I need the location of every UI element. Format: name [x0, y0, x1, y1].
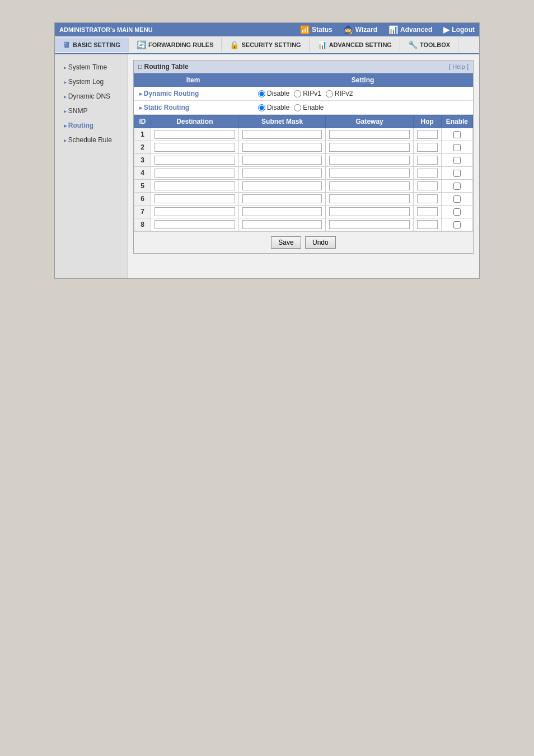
enable-checkbox-5[interactable]	[453, 183, 461, 190]
nav-basic-setting[interactable]: 🖥 BASIC SETTING	[55, 38, 129, 52]
subnet-input-6[interactable]	[242, 194, 322, 203]
hop-input-3[interactable]	[417, 156, 438, 165]
enable-checkbox-2[interactable]	[453, 144, 461, 151]
hop-input-4[interactable]	[417, 169, 438, 178]
gateway-cell-6[interactable]	[326, 193, 413, 206]
destination-cell-1[interactable]	[151, 128, 239, 141]
subnet-cell-4[interactable]	[238, 167, 326, 180]
destination-cell-5[interactable]	[151, 180, 239, 193]
nav-advanced[interactable]: 📊 Advanced	[388, 25, 432, 34]
gateway-input-5[interactable]	[329, 181, 409, 190]
static-enable-option[interactable]: Enable	[294, 104, 324, 111]
subnet-input-3[interactable]	[242, 156, 322, 165]
gateway-input-6[interactable]	[329, 194, 409, 203]
destination-input-3[interactable]	[154, 156, 235, 165]
enable-cell-8[interactable]	[441, 218, 472, 231]
destination-input-5[interactable]	[154, 181, 235, 190]
subnet-input-4[interactable]	[242, 169, 322, 178]
undo-button[interactable]: Undo	[305, 236, 336, 249]
subnet-input-7[interactable]	[242, 207, 322, 216]
gateway-cell-2[interactable]	[326, 141, 413, 154]
static-disable-radio[interactable]	[258, 104, 265, 111]
gateway-input-8[interactable]	[329, 220, 409, 229]
enable-checkbox-8[interactable]	[453, 221, 461, 228]
nav-logout[interactable]: ▶ Logout	[443, 25, 475, 34]
enable-cell-4[interactable]	[441, 167, 472, 180]
hop-cell-4[interactable]	[413, 167, 441, 180]
enable-checkbox-7[interactable]	[453, 208, 461, 216]
destination-cell-3[interactable]	[151, 154, 239, 167]
subnet-cell-1[interactable]	[238, 128, 326, 141]
help-link[interactable]: [ Help ]	[449, 63, 469, 70]
hop-cell-2[interactable]	[413, 141, 441, 154]
gateway-cell-3[interactable]	[326, 154, 413, 167]
save-button[interactable]: Save	[271, 236, 301, 249]
gateway-cell-1[interactable]	[326, 128, 413, 141]
enable-checkbox-4[interactable]	[453, 170, 461, 177]
subnet-cell-3[interactable]	[238, 154, 326, 167]
hop-input-5[interactable]	[417, 181, 438, 190]
subnet-cell-6[interactable]	[238, 193, 326, 206]
enable-cell-7[interactable]	[441, 206, 472, 218]
hop-input-6[interactable]	[417, 194, 438, 203]
hop-input-7[interactable]	[417, 207, 438, 216]
hop-cell-6[interactable]	[413, 193, 441, 206]
hop-cell-1[interactable]	[413, 128, 441, 141]
destination-input-7[interactable]	[154, 207, 235, 216]
sidebar-item-system-log[interactable]: System Log	[55, 74, 127, 89]
dynamic-ripv1-radio[interactable]	[294, 90, 301, 97]
gateway-input-4[interactable]	[329, 169, 409, 178]
subnet-input-5[interactable]	[242, 181, 322, 190]
destination-cell-2[interactable]	[151, 141, 239, 154]
gateway-input-1[interactable]	[329, 130, 409, 139]
nav-security-setting[interactable]: 🔒 SECURITY SETTING	[222, 38, 309, 52]
enable-checkbox-6[interactable]	[453, 195, 461, 203]
gateway-cell-5[interactable]	[326, 180, 413, 193]
enable-checkbox-3[interactable]	[453, 157, 461, 164]
enable-cell-1[interactable]	[441, 128, 472, 141]
destination-input-2[interactable]	[154, 143, 235, 152]
destination-input-6[interactable]	[154, 194, 235, 203]
sidebar-item-system-time[interactable]: System Time	[55, 60, 127, 74]
subnet-cell-5[interactable]	[238, 180, 326, 193]
subnet-cell-7[interactable]	[238, 206, 326, 218]
destination-input-1[interactable]	[154, 130, 235, 139]
hop-cell-7[interactable]	[413, 206, 441, 218]
subnet-cell-2[interactable]	[238, 141, 326, 154]
subnet-input-8[interactable]	[242, 220, 322, 229]
sidebar-item-schedule-rule[interactable]: Schedule Rule	[55, 133, 127, 147]
nav-wizard[interactable]: 🧙 Wizard	[344, 25, 377, 34]
sidebar-item-snmp[interactable]: SNMP	[55, 104, 127, 118]
nav-toolbox[interactable]: 🔧 TOOLBOX	[400, 38, 458, 52]
enable-cell-2[interactable]	[441, 141, 472, 154]
destination-cell-7[interactable]	[151, 206, 239, 218]
destination-cell-8[interactable]	[151, 218, 239, 231]
gateway-input-7[interactable]	[329, 207, 409, 216]
sidebar-item-dynamic-dns[interactable]: Dynamic DNS	[55, 89, 127, 104]
static-disable-option[interactable]: Disable	[258, 104, 289, 111]
hop-cell-8[interactable]	[413, 218, 441, 231]
destination-cell-6[interactable]	[151, 193, 239, 206]
static-enable-radio[interactable]	[294, 104, 301, 111]
sidebar-item-routing[interactable]: Routing	[55, 118, 127, 133]
nav-status[interactable]: 📶 Status	[300, 25, 332, 34]
hop-input-1[interactable]	[417, 130, 438, 139]
dynamic-disable-option[interactable]: Disable	[258, 90, 289, 97]
destination-input-4[interactable]	[154, 169, 235, 178]
destination-cell-4[interactable]	[151, 167, 239, 180]
hop-cell-5[interactable]	[413, 180, 441, 193]
dynamic-disable-radio[interactable]	[258, 90, 265, 97]
subnet-input-1[interactable]	[242, 130, 322, 139]
dynamic-ripv2-option[interactable]: RIPv2	[326, 90, 353, 97]
gateway-input-2[interactable]	[329, 143, 409, 152]
enable-cell-6[interactable]	[441, 193, 472, 206]
hop-input-2[interactable]	[417, 143, 438, 152]
gateway-cell-7[interactable]	[326, 206, 413, 218]
nav-forwarding-rules[interactable]: 🔄 FORWARDING RULES	[129, 38, 222, 52]
enable-cell-3[interactable]	[441, 154, 472, 167]
subnet-input-2[interactable]	[242, 143, 322, 152]
destination-input-8[interactable]	[154, 220, 235, 229]
hop-cell-3[interactable]	[413, 154, 441, 167]
subnet-cell-8[interactable]	[238, 218, 326, 231]
dynamic-ripv1-option[interactable]: RIPv1	[294, 90, 321, 97]
